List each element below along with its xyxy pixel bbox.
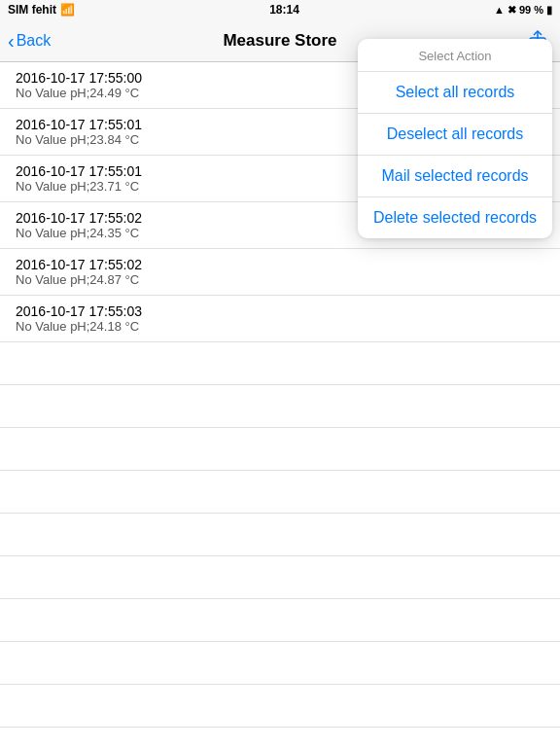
action-delete-selected[interactable]: Delete selected records (358, 197, 552, 238)
popover-header: Select Action (358, 39, 552, 72)
action-popover: Select Action Select all recordsDeselect… (358, 39, 552, 238)
action-select-all[interactable]: Select all records (358, 72, 552, 114)
action-mail-selected[interactable]: Mail selected records (358, 156, 552, 197)
action-deselect-all[interactable]: Deselect all records (358, 114, 552, 156)
